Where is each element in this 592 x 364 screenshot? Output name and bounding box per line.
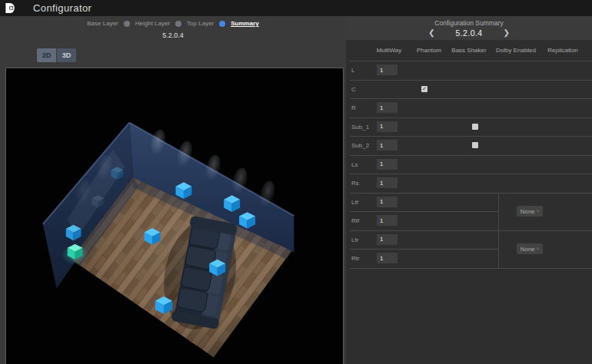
row-label-sub_1: Sub_1: [351, 123, 369, 130]
row-separator: [350, 211, 498, 212]
row-separator: [350, 249, 498, 250]
layer-tab-height-layer[interactable]: Height Layer: [135, 20, 170, 27]
row-separator: [350, 136, 592, 137]
row-separator: [350, 268, 592, 269]
replication-value: None: [520, 208, 535, 215]
multiway-input-ltr[interactable]: [377, 234, 397, 245]
row-separator: [350, 80, 592, 81]
bass-shaker-checkbox-sub_2[interactable]: [472, 142, 478, 148]
layer-nav: Base LayerHeight LayerTop LayerSummary: [0, 20, 346, 27]
speaker-config-table: LC✓RSub_1Sub_2LsRsLtfRtfLtrRtrNone˅None˅: [346, 16, 592, 364]
layer-tab-base-layer[interactable]: Base Layer: [87, 20, 118, 27]
view-mode-toggle: 2D3D: [37, 48, 76, 62]
layer-step-dot[interactable]: [124, 21, 130, 27]
row-label-ltr: Ltr: [351, 236, 358, 243]
row-separator: [350, 174, 592, 174]
layer-tab-top-layer[interactable]: Top Layer: [187, 20, 214, 27]
replication-select-0[interactable]: None˅: [517, 206, 543, 217]
configuration-summary-panel: Configuration Summary ❮ 5.2.0.4 ❯ MultiW…: [346, 16, 592, 364]
row-separator: [350, 117, 592, 118]
app-logo-icon: [5, 2, 15, 14]
app-title: Configurator: [33, 2, 91, 14]
multiway-input-ls[interactable]: [377, 159, 397, 170]
multiway-input-l[interactable]: [377, 65, 397, 75]
row-separator: [350, 61, 592, 61]
chevron-down-icon: ˅: [537, 209, 540, 213]
multiway-input-ltf[interactable]: [377, 197, 397, 207]
replication-select-1[interactable]: None˅: [517, 243, 543, 254]
multiway-input-sub_2[interactable]: [377, 140, 397, 151]
row-label-ls: Ls: [351, 160, 358, 167]
row-label-l: L: [351, 67, 354, 74]
bass-shaker-checkbox-sub_1[interactable]: [472, 124, 478, 130]
multiway-input-r[interactable]: [377, 102, 397, 113]
replication-value: None: [520, 246, 535, 253]
layer-step-dot[interactable]: [175, 21, 181, 27]
layer-tab-summary[interactable]: Summary: [231, 20, 258, 27]
chevron-down-icon: ˅: [537, 247, 540, 251]
view-toggle-3d[interactable]: 3D: [57, 48, 76, 62]
row-label-rs: Rs: [351, 180, 359, 187]
room-render: [6, 68, 343, 364]
phantom-checkbox-c[interactable]: ✓: [421, 86, 427, 92]
row-separator: [350, 98, 592, 99]
row-label-c: C: [351, 85, 356, 92]
multiway-input-rs[interactable]: [377, 177, 397, 188]
row-label-rtr: Rtr: [351, 255, 360, 262]
top-bar: Configurator: [0, 0, 592, 16]
replication-cell-border: [498, 193, 499, 268]
row-label-sub_2: Sub_2: [351, 142, 369, 149]
layer-step-dot[interactable]: [219, 21, 225, 27]
room-3d-viewport[interactable]: [5, 68, 344, 364]
row-label-rtf: Rtf: [351, 217, 359, 224]
multiway-input-sub_1[interactable]: [377, 121, 397, 132]
layer-subtitle: 5.2.0.4: [0, 31, 346, 39]
view-toggle-2d[interactable]: 2D: [37, 48, 56, 62]
row-label-ltf: Ltf: [351, 198, 358, 205]
row-separator: [350, 230, 592, 231]
multiway-input-rtr[interactable]: [377, 253, 397, 263]
row-separator: [350, 193, 592, 194]
row-label-r: R: [351, 104, 356, 111]
multiway-input-rtf[interactable]: [377, 215, 397, 226]
row-separator: [350, 155, 592, 156]
